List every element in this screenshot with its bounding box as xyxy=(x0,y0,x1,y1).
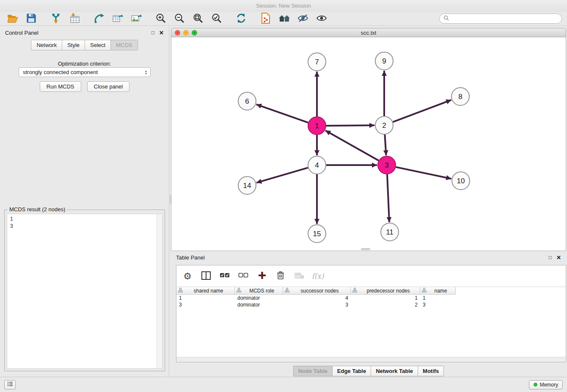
open-session-document-button[interactable] xyxy=(256,12,275,25)
graph-node-4[interactable]: 4 xyxy=(308,156,326,174)
refresh-button[interactable] xyxy=(232,12,250,25)
open-file-button[interactable] xyxy=(3,12,22,25)
graph-node-10[interactable]: 10 xyxy=(452,172,470,190)
close-panel-icon[interactable]: ✕ xyxy=(159,30,164,36)
column-tree-icon xyxy=(285,288,289,294)
column-header-shared-name[interactable]: shared name xyxy=(176,287,235,295)
graph-edge-3-10[interactable] xyxy=(396,167,451,179)
float-panel-icon[interactable]: □ xyxy=(151,30,154,36)
graph-node-14[interactable]: 14 xyxy=(238,177,256,194)
import-table-button[interactable] xyxy=(65,12,84,25)
horizontal-scrollbar-grip[interactable] xyxy=(361,248,370,250)
graph-node-11[interactable]: 11 xyxy=(381,223,399,241)
function-builder-button[interactable]: f(x) xyxy=(312,270,324,282)
add-row-button[interactable] xyxy=(256,270,268,282)
network-canvas-container: 1234678910111415 xyxy=(171,37,566,251)
cell-shared-name: 3 xyxy=(176,302,235,308)
column-header-predecessor-nodes[interactable]: predecessor nodes xyxy=(351,287,420,295)
table-toolbar: ⚙ f(x) xyxy=(176,265,566,287)
table-settings-button[interactable]: ⚙ xyxy=(182,270,193,282)
memory-button[interactable]: Memory xyxy=(529,380,563,389)
graph-node-9[interactable]: 9 xyxy=(375,52,393,70)
deselect-all-button[interactable] xyxy=(237,270,249,282)
table-panel-header: Table Panel □ ✕ xyxy=(171,251,566,264)
export-image-button[interactable] xyxy=(127,12,146,25)
column-header-name[interactable]: name xyxy=(420,287,456,295)
search-input[interactable] xyxy=(451,16,558,22)
tab-mcds[interactable]: MCDS xyxy=(111,40,138,50)
graph-node-15[interactable]: 15 xyxy=(308,225,326,243)
svg-text:3: 3 xyxy=(385,161,388,169)
zoom-in-button[interactable] xyxy=(151,12,170,25)
share-network-button[interactable] xyxy=(90,12,108,25)
save-session-button[interactable] xyxy=(22,12,41,25)
svg-text:10: 10 xyxy=(457,177,465,185)
import-network-button[interactable] xyxy=(47,12,65,25)
table-panel: Table Panel □ ✕ ⚙ xyxy=(171,251,566,377)
cell-predecessor-nodes: 1 xyxy=(351,295,420,301)
select-all-button[interactable] xyxy=(219,270,231,282)
tab-select[interactable]: Select xyxy=(85,40,111,50)
control-panel: Control Panel □ ✕ Network Style Select M… xyxy=(0,26,169,377)
zoom-out-icon xyxy=(174,13,184,25)
svg-text:14: 14 xyxy=(243,182,251,190)
network-window-titlebar[interactable]: × − + scc.txt xyxy=(171,28,566,37)
task-history-button[interactable] xyxy=(4,380,16,389)
tab-edge-table[interactable]: Edge Table xyxy=(333,366,371,376)
table-horizontal-scrollbar[interactable] xyxy=(176,357,566,362)
search-box[interactable] xyxy=(439,14,562,24)
graph-node-8[interactable]: 8 xyxy=(451,88,469,105)
show-hide-button[interactable] xyxy=(312,12,331,25)
graph-edge-3-1[interactable] xyxy=(325,130,379,160)
graphics-details-button[interactable] xyxy=(294,12,312,25)
table-row[interactable]: 3 dominator 3 2 3 xyxy=(176,301,566,308)
node-table-card: ⚙ f(x) xyxy=(176,265,566,362)
tab-network-table[interactable]: Network Table xyxy=(371,366,418,376)
column-header-successor-nodes[interactable]: successor nodes xyxy=(283,287,351,295)
graph-edge-1-6[interactable] xyxy=(256,105,308,123)
column-tree-icon xyxy=(178,288,183,294)
list-icon xyxy=(7,381,13,388)
graph-node-6[interactable]: 6 xyxy=(238,92,256,110)
close-panel-button[interactable]: Close panel xyxy=(87,81,130,92)
zoom-window-icon[interactable]: + xyxy=(192,30,197,36)
run-mcds-button[interactable]: Run MCDS xyxy=(40,81,81,92)
tab-network[interactable]: Network xyxy=(31,40,62,50)
graph-node-2[interactable]: 2 xyxy=(375,116,393,134)
graph-edge-3-11[interactable] xyxy=(387,174,389,222)
zoom-selected-button[interactable] xyxy=(207,12,226,25)
welcome-home-button[interactable] xyxy=(275,12,294,25)
svg-text:11: 11 xyxy=(386,228,394,236)
result-scrollbar[interactable] xyxy=(157,214,162,368)
float-table-panel-icon[interactable]: □ xyxy=(549,254,552,260)
column-layout-button[interactable] xyxy=(200,270,212,282)
table-row[interactable]: 1 dominator 4 1 1 xyxy=(176,295,566,301)
close-window-icon[interactable]: × xyxy=(175,30,180,36)
criterion-dropdown[interactable]: strongly connected component ▲ ▼ xyxy=(19,67,151,77)
export-table-button[interactable] xyxy=(108,12,127,25)
network-canvas[interactable]: 1234678910111415 xyxy=(171,37,566,251)
graph-node-1[interactable]: 1 xyxy=(308,117,326,135)
zoom-check-icon xyxy=(212,13,222,25)
tab-node-table[interactable]: Node Table xyxy=(293,366,333,376)
mcds-result-title: MCDS result (2 nodes) xyxy=(8,206,67,213)
graph-edge-2-3[interactable] xyxy=(385,135,386,155)
minimize-window-icon[interactable]: − xyxy=(183,30,189,36)
tab-style[interactable]: Style xyxy=(62,40,85,50)
tab-motifs[interactable]: Motifs xyxy=(418,366,444,376)
graph-edge-2-8[interactable] xyxy=(393,100,451,122)
column-header-mcds-role[interactable]: MCDS role xyxy=(235,287,283,295)
zoom-out-button[interactable] xyxy=(170,12,189,25)
delete-column-button[interactable] xyxy=(293,270,305,282)
mcds-result-area[interactable]: 1 3 xyxy=(7,214,162,369)
graph-edge-1-2[interactable] xyxy=(326,125,374,126)
graph-node-3[interactable]: 3 xyxy=(378,156,396,174)
graph-node-7[interactable]: 7 xyxy=(308,53,326,71)
column-tree-icon xyxy=(352,288,357,294)
delete-row-button[interactable] xyxy=(275,270,286,282)
memory-label: Memory xyxy=(540,382,558,388)
vertical-scrollbar-grip[interactable] xyxy=(170,195,172,204)
zoom-fit-button[interactable] xyxy=(189,12,207,25)
close-table-panel-icon[interactable]: ✕ xyxy=(556,254,561,261)
graph-edge-4-14[interactable] xyxy=(256,168,308,183)
